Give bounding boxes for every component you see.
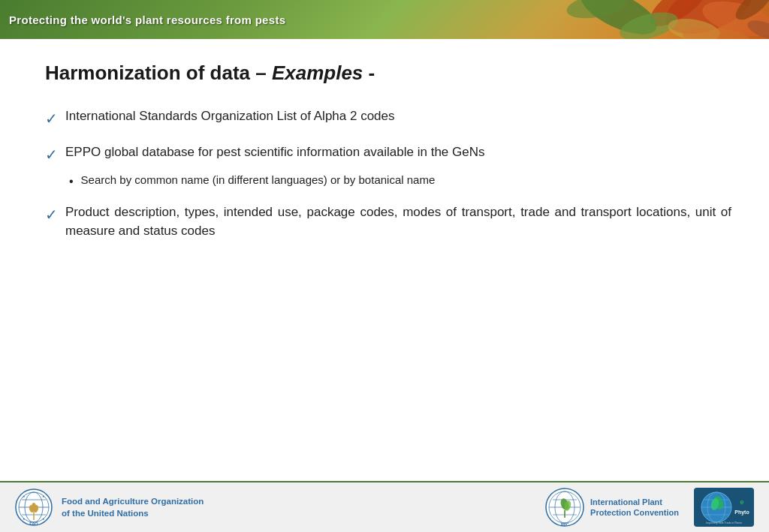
bullet-item-3: ✓ Product description, types, intended u… (45, 203, 731, 240)
bullet-text-1: International Standards Organization Lis… (65, 107, 731, 126)
bullet-item-1: ✓ International Standards Organization L… (45, 107, 731, 130)
sub-bullet-item-1: • Search by common name (in different la… (69, 172, 731, 190)
checkmark-icon-2: ✓ (45, 144, 58, 166)
svg-text:★: ★ (23, 494, 26, 498)
fao-line1: Food and Agriculture Organization (62, 495, 204, 507)
svg-text:★: ★ (42, 517, 45, 521)
sub-bullet-list-2: • Search by common name (in different la… (45, 172, 731, 190)
footer-left: FAO ★ ★ ★ ★ Food and Agriculture Organiz… (15, 488, 204, 526)
fao-logo: FAO ★ ★ ★ ★ (15, 488, 53, 526)
svg-text:Improving Safe Trade in Plants: Improving Safe Trade in Plants (706, 521, 742, 524)
footer-logos: IPPC International Plant Protection Conv… (545, 488, 754, 527)
bullet-text-2: EPPO global database for pest scientific… (65, 143, 731, 162)
title-main: Harmonization of data – (45, 62, 272, 84)
footer: FAO ★ ★ ★ ★ Food and Agriculture Organiz… (0, 481, 769, 532)
svg-text:★: ★ (23, 517, 26, 521)
bullet-item-2: ✓ EPPO global database for pest scientif… (45, 143, 731, 190)
title-suffix: - (363, 62, 375, 84)
svg-text:e: e (740, 498, 743, 506)
title-italic: Examples (272, 62, 363, 84)
svg-text:FAO: FAO (29, 521, 38, 526)
ippc-text: International Plant Protection Conventio… (590, 497, 679, 518)
ippc-line2: Protection Convention (590, 507, 679, 518)
ephyto-logo: e Phyto Improving Safe Trade in Plants (694, 488, 754, 527)
header-decoration (424, 0, 769, 39)
ippc-container: IPPC International Plant Protection Conv… (545, 488, 679, 527)
svg-text:★: ★ (42, 494, 45, 498)
checkmark-icon-3: ✓ (45, 204, 58, 226)
header-banner: Protecting the world's plant resources f… (0, 0, 769, 39)
ippc-logo: IPPC (545, 488, 584, 527)
slide-title: Harmonization of data – Examples - (45, 62, 731, 85)
svg-text:IPPC: IPPC (561, 523, 569, 527)
sub-bullet-text-1: Search by common name (in different lang… (81, 172, 436, 188)
header-banner-text: Protecting the world's plant resources f… (0, 14, 285, 26)
ippc-line1: International Plant (590, 497, 679, 507)
fao-text: Food and Agriculture Organization of the… (62, 495, 204, 519)
main-content: Harmonization of data – Examples - ✓ Int… (0, 39, 769, 269)
sub-dot-icon-1: • (69, 173, 74, 190)
svg-text:Phyto: Phyto (734, 509, 749, 515)
checkmark-icon-1: ✓ (45, 108, 58, 130)
bullet-list: ✓ International Standards Organization L… (45, 107, 731, 241)
bullet-text-3: Product description, types, intended use… (65, 203, 731, 240)
fao-line2: of the United Nations (62, 507, 204, 519)
